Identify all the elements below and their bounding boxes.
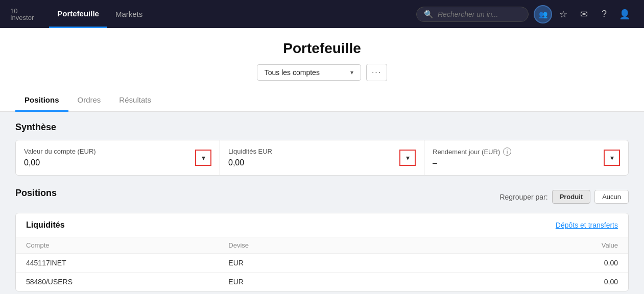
search-input[interactable]: [438, 10, 521, 18]
page-header: Portefeuille Tous les comptes ▾ ···: [0, 28, 644, 89]
groupby-btn-produit[interactable]: Produit: [552, 190, 591, 204]
search-bar[interactable]: 🔍: [416, 7, 529, 22]
card-label-rendement: Rendement jour (EUR) i: [433, 148, 604, 156]
nav-link-portefeuille[interactable]: Portefeuille: [49, 0, 107, 28]
synthese-card-valeur: Valeur du compte (EUR) 0,00 ▾: [15, 140, 220, 176]
card-dropdown-btn-liquidites[interactable]: ▾: [399, 150, 416, 166]
synthese-title: Synthèse: [15, 122, 629, 133]
cell-value-1: 0,00: [421, 278, 618, 286]
search-icon: 🔍: [424, 10, 434, 19]
synthese-card-liquidites: Liquidités EUR 0,00 ▾: [220, 140, 424, 176]
card-value-liquidites: 0,00: [228, 158, 399, 167]
cell-compte-1: 58480/USERS: [26, 278, 223, 286]
page-title: Portefeuille: [0, 40, 644, 57]
synthese-card-rendement: Rendement jour (EUR) i – ▾: [424, 140, 629, 176]
synthese-cards: Valeur du compte (EUR) 0,00 ▾ Liquidités…: [15, 140, 629, 176]
cell-value-0: 0,00: [421, 259, 618, 267]
groupby-controls: Regrouper par: Produit Aucun: [499, 190, 629, 204]
groupby-label: Regrouper par:: [499, 193, 547, 201]
navbar: 10 Investor Portefeuille Markets 🔍 👥 ☆ ✉…: [0, 0, 644, 28]
chevron-down-icon: ▾: [406, 154, 410, 162]
card-content-liquidites: Liquidités EUR 0,00: [228, 148, 399, 167]
person-group-icon-btn[interactable]: 👥: [534, 5, 552, 23]
star-icon-btn[interactable]: ☆: [554, 5, 573, 23]
card-content-rendement: Rendement jour (EUR) i –: [433, 148, 604, 168]
cell-compte-0: 445117INET: [26, 259, 223, 267]
more-options-button[interactable]: ···: [366, 64, 387, 81]
account-dropdown[interactable]: Tous les comptes ▾: [257, 64, 361, 81]
account-icon-btn[interactable]: 👤: [615, 5, 634, 23]
card-dropdown-btn-valeur[interactable]: ▾: [195, 150, 211, 166]
table-row: 58480/USERS EUR 0,00: [16, 273, 628, 291]
col-header-compte: Compte: [26, 241, 223, 249]
col-header-devise: Devise: [223, 241, 420, 249]
info-icon-rendement[interactable]: i: [503, 148, 511, 156]
content-area: Synthèse Valeur du compte (EUR) 0,00 ▾ L…: [0, 112, 644, 294]
chevron-down-icon: ▾: [202, 154, 205, 162]
table-row: 445117INET EUR 0,00: [16, 254, 628, 273]
card-content-valeur: Valeur du compte (EUR) 0,00: [24, 148, 195, 167]
help-icon-btn[interactable]: ?: [595, 5, 613, 23]
table-header: Compte Devise Value: [16, 237, 628, 254]
main-content: Portefeuille Tous les comptes ▾ ··· Posi…: [0, 28, 644, 294]
card-value-valeur: 0,00: [24, 158, 195, 167]
depot-transferts-link[interactable]: Dépôts et transferts: [556, 221, 618, 229]
tab-resultats[interactable]: Résultats: [110, 89, 160, 112]
chevron-down-icon: ▾: [350, 69, 353, 76]
account-dropdown-label: Tous les comptes: [265, 68, 320, 77]
card-value-rendement: –: [433, 159, 604, 168]
liquidites-card-header: Liquidités Dépôts et transferts: [16, 213, 628, 237]
logo-prefix: 10: [10, 8, 34, 14]
chevron-down-icon: ▾: [610, 154, 614, 162]
mail-icon-btn[interactable]: ✉: [575, 5, 593, 23]
tab-ordres[interactable]: Ordres: [68, 89, 110, 112]
card-label-valeur: Valeur du compte (EUR): [24, 148, 195, 155]
logo-name: Investor: [10, 14, 34, 21]
positions-title: Positions: [15, 188, 57, 199]
nav-link-markets[interactable]: Markets: [107, 0, 151, 28]
liquidites-card-title: Liquidités: [26, 220, 65, 230]
card-dropdown-btn-rendement[interactable]: ▾: [604, 150, 620, 166]
col-header-value: Value: [421, 241, 618, 249]
app-logo[interactable]: 10 Investor: [10, 8, 34, 21]
nav-icons: 👥 ☆ ✉ ? 👤: [534, 5, 634, 23]
account-selector-row: Tous les comptes ▾ ···: [0, 64, 644, 89]
cell-devise-0: EUR: [223, 259, 420, 267]
tabs-bar: Positions Ordres Résultats: [0, 89, 644, 112]
cell-devise-1: EUR: [223, 278, 420, 286]
card-label-liquidites: Liquidités EUR: [228, 148, 399, 155]
positions-header: Positions Regrouper par: Produit Aucun: [15, 188, 629, 206]
groupby-btn-aucun[interactable]: Aucun: [594, 190, 629, 204]
liquidites-card: Liquidités Dépôts et transferts Compte D…: [15, 213, 629, 291]
tab-positions[interactable]: Positions: [15, 89, 68, 112]
